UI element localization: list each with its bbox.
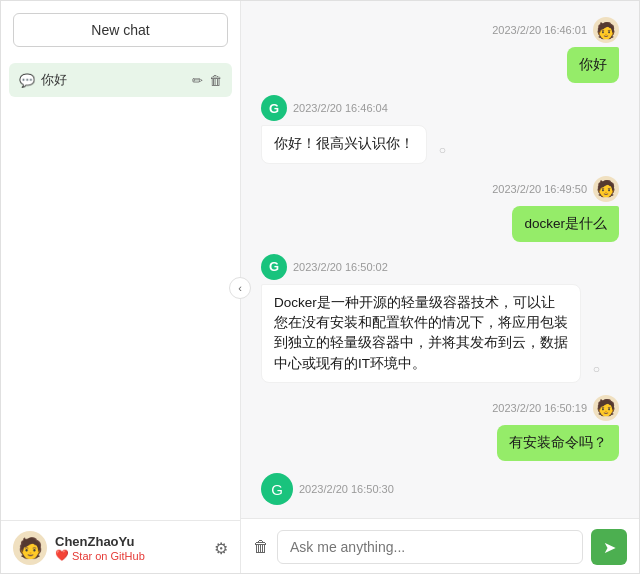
chat-item-left: 💬 你好: [19, 71, 67, 89]
user-avatar: 🧑: [593, 176, 619, 202]
delete-message-icon[interactable]: 🗑: [253, 538, 269, 556]
gpt-icon: G: [261, 473, 293, 505]
github-star-link[interactable]: ❤️ Star on GitHub: [55, 549, 145, 562]
message-row: G 2023/2/20 16:50:30: [261, 473, 619, 509]
message-timestamp: 2023/2/20 16:50:30: [299, 483, 394, 495]
assistant-bubble: Docker是一种开源的轻量级容器技术，可以让您在没有安装和配置软件的情况下，将…: [261, 284, 581, 383]
message-meta: G 2023/2/20 16:50:02: [261, 254, 388, 280]
message-timestamp: 2023/2/20 16:50:19: [492, 402, 587, 414]
collapse-button[interactable]: ‹: [229, 277, 251, 299]
avatar-emoji: 🧑: [18, 536, 43, 560]
message-meta: 🧑 2023/2/20 16:50:19: [492, 395, 619, 421]
message-text: 有安装命令吗？: [509, 435, 607, 450]
message-meta: G 2023/2/20 16:46:04: [261, 95, 388, 121]
message-row: 🧑 2023/2/20 16:49:50 docker是什么: [261, 176, 619, 242]
copy-icon[interactable]: ○: [439, 141, 446, 159]
chat-item-actions: ✏ 🗑: [192, 73, 222, 88]
edit-icon[interactable]: ✏: [192, 73, 203, 88]
user-bubble: docker是什么: [512, 206, 619, 242]
main-chat: ‹ 🧑 2023/2/20 16:46:01 你好 G 2023/2/20 16…: [241, 1, 639, 574]
message-row: G 2023/2/20 16:46:04 你好！很高兴认识你！ ○: [261, 95, 619, 163]
chat-input[interactable]: [277, 530, 583, 564]
user-info: 🧑 ChenZhaoYu ❤️ Star on GitHub: [13, 531, 145, 565]
github-label: Star on GitHub: [72, 550, 145, 562]
gpt-icon: G: [261, 95, 287, 121]
message-meta: G 2023/2/20 16:50:30: [261, 473, 394, 505]
user-avatar: 🧑: [593, 17, 619, 43]
message-text: docker是什么: [524, 216, 607, 231]
chat-icon: 💬: [19, 73, 35, 88]
send-icon: ➤: [603, 538, 616, 557]
message-meta: 🧑 2023/2/20 16:46:01: [492, 17, 619, 43]
sidebar-footer: 🧑 ChenZhaoYu ❤️ Star on GitHub ⚙: [1, 520, 240, 574]
message-text: Docker是一种开源的轻量级容器技术，可以让您在没有安装和配置软件的情况下，将…: [274, 295, 568, 371]
message-row: G 2023/2/20 16:50:02 Docker是一种开源的轻量级容器技术…: [261, 254, 619, 383]
user-text: ChenZhaoYu ❤️ Star on GitHub: [55, 534, 145, 562]
messages-container: 🧑 2023/2/20 16:46:01 你好 G 2023/2/20 16:4…: [241, 1, 639, 518]
user-bubble: 有安装命令吗？: [497, 425, 619, 461]
sidebar: New chat 💬 你好 ✏ 🗑 🧑 ChenZhaoYu ❤️ Star o…: [1, 1, 241, 574]
user-avatar: 🧑: [593, 395, 619, 421]
new-chat-button[interactable]: New chat: [13, 13, 228, 47]
message-text: 你好！很高兴认识你！: [274, 136, 414, 151]
assistant-bubble: 你好！很高兴认识你！ ○: [261, 125, 427, 163]
message-meta: 🧑 2023/2/20 16:49:50: [492, 176, 619, 202]
message-timestamp: 2023/2/20 16:46:04: [293, 102, 388, 114]
chat-list: 💬 你好 ✏ 🗑: [1, 59, 240, 520]
input-area: 🗑 ➤: [241, 518, 639, 574]
avatar: 🧑: [13, 531, 47, 565]
username: ChenZhaoYu: [55, 534, 145, 549]
message-timestamp: 2023/2/20 16:49:50: [492, 183, 587, 195]
delete-icon[interactable]: 🗑: [209, 73, 222, 88]
message-timestamp: 2023/2/20 16:46:01: [492, 24, 587, 36]
send-button[interactable]: ➤: [591, 529, 627, 565]
message-text: 你好: [579, 57, 607, 72]
user-bubble: 你好: [567, 47, 619, 83]
settings-icon[interactable]: ⚙: [214, 539, 228, 558]
chat-item[interactable]: 💬 你好 ✏ 🗑: [9, 63, 232, 97]
message-row: 🧑 2023/2/20 16:46:01 你好: [261, 17, 619, 83]
chat-item-label: 你好: [41, 71, 67, 89]
gpt-icon: G: [261, 254, 287, 280]
copy-icon[interactable]: ○: [593, 360, 600, 378]
message-row: 🧑 2023/2/20 16:50:19 有安装命令吗？: [261, 395, 619, 461]
message-timestamp: 2023/2/20 16:50:02: [293, 261, 388, 273]
heart-icon: ❤️: [55, 549, 69, 562]
